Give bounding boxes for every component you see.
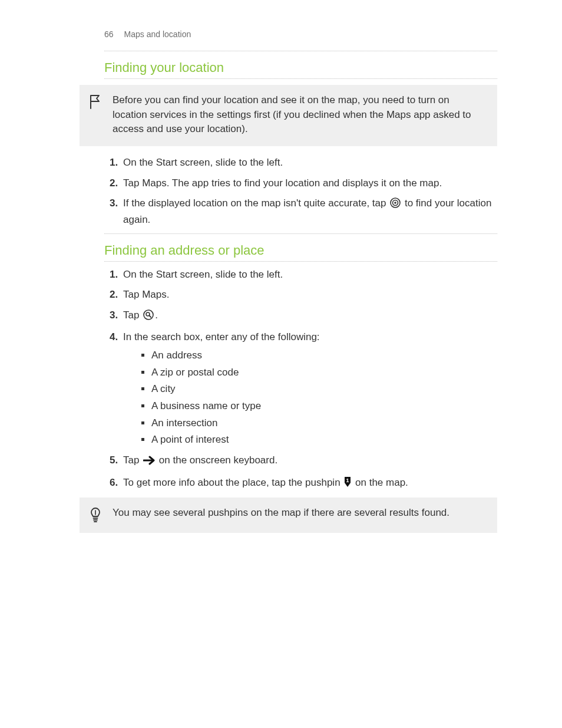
tip-text: You may see several pushpins on the map …	[113, 506, 487, 521]
svg-point-2	[394, 202, 396, 205]
step-item: If the displayed location on the map isn…	[121, 196, 497, 227]
chapter-title: Maps and location	[124, 28, 191, 40]
search-options-list: An address A zip or postal code A city A…	[123, 348, 497, 447]
step-text: on the map.	[352, 477, 408, 488]
locate-target-icon	[390, 197, 401, 213]
divider	[104, 78, 497, 79]
step-text: .	[155, 309, 158, 321]
steps-list-2: On the Start screen, slide to the left. …	[80, 268, 497, 492]
svg-text:1: 1	[346, 477, 349, 483]
flag-note: Before you can find your location and se…	[80, 85, 497, 146]
step-item: To get more info about the place, tap th…	[121, 476, 497, 492]
document-page: 66 Maps and location Finding your locati…	[0, 0, 562, 728]
list-item: An address	[151, 348, 497, 363]
svg-point-3	[144, 310, 153, 319]
section-finding-address: Finding an address or place	[104, 233, 497, 262]
step-item: In the search box, enter any of the foll…	[121, 330, 497, 447]
lightbulb-icon	[89, 507, 103, 523]
list-item: A point of interest	[151, 433, 497, 447]
list-item: An intersection	[151, 416, 497, 431]
list-item: A business name or type	[151, 399, 497, 414]
search-circle-icon	[143, 309, 154, 325]
tip-note: You may see several pushpins on the map …	[80, 498, 497, 533]
list-item: A city	[151, 382, 497, 397]
step-item: Tap on the onscreen keyboard.	[121, 453, 497, 470]
page-number: 66	[104, 28, 114, 40]
step-text: on the onscreen keyboard.	[156, 454, 277, 466]
page-header: 66 Maps and location	[104, 28, 497, 40]
step-text: Tap	[123, 309, 142, 321]
step-text: Tap	[123, 454, 142, 466]
step-item: Tap Maps.	[121, 288, 497, 302]
steps-list-1: On the Start screen, slide to the left. …	[80, 156, 497, 228]
step-item: On the Start screen, slide to the left.	[121, 156, 497, 170]
step-text: If the displayed location on the map isn…	[123, 197, 389, 209]
list-item: A zip or postal code	[151, 365, 497, 380]
section-title: Finding your location	[104, 51, 497, 77]
pushpin-icon: 1	[344, 477, 351, 492]
divider	[104, 261, 497, 262]
step-text: In the search box, enter any of the foll…	[123, 331, 320, 342]
step-item: On the Start screen, slide to the left.	[121, 268, 497, 282]
step-text: To get more info about the place, tap th…	[123, 477, 343, 488]
note-text: Before you can find your location and se…	[113, 93, 487, 137]
step-item: Tap .	[121, 308, 497, 325]
svg-line-5	[149, 315, 151, 317]
section-finding-location: Finding your location	[104, 51, 497, 79]
flag-icon	[89, 94, 103, 110]
arrow-right-icon	[143, 455, 155, 470]
section-title: Finding an address or place	[104, 234, 497, 260]
step-item: Tap Maps. The app tries to find your loc…	[121, 176, 497, 191]
